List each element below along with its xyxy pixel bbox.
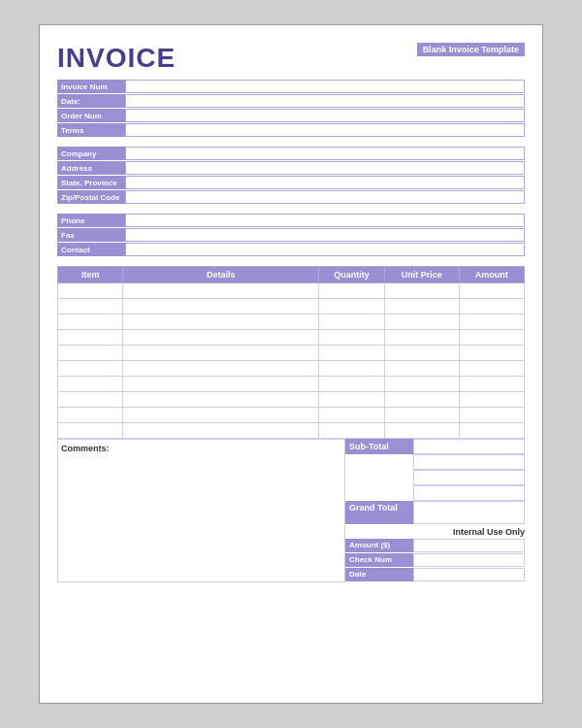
cell-item[interactable] <box>58 361 123 377</box>
cell-qty[interactable] <box>319 408 384 423</box>
blank-total-value-2[interactable] <box>413 470 525 485</box>
info-value-input[interactable] <box>125 243 525 256</box>
cell-details[interactable] <box>123 346 319 361</box>
info-label: Order Num <box>57 109 125 122</box>
payment-value-input[interactable] <box>413 553 525 567</box>
info-label: State, Province <box>57 176 125 189</box>
cell-item[interactable] <box>58 408 123 423</box>
cell-item[interactable] <box>58 299 123 314</box>
table-row <box>58 346 525 361</box>
info-value-input[interactable] <box>125 228 525 242</box>
cell-amount[interactable] <box>459 377 524 392</box>
cell-price[interactable] <box>384 314 459 330</box>
cell-details[interactable] <box>123 408 319 423</box>
info-row: Order Num <box>57 109 525 122</box>
cell-amount[interactable] <box>459 314 524 330</box>
cell-amount[interactable] <box>459 283 524 299</box>
cell-price[interactable] <box>384 408 459 423</box>
cell-details[interactable] <box>123 377 319 392</box>
cell-qty[interactable] <box>319 346 384 361</box>
invoice-title: INVOICE <box>57 43 176 74</box>
payment-row: Check Num <box>345 553 525 567</box>
grand-total-value[interactable] <box>413 501 525 524</box>
cell-item[interactable] <box>58 314 123 330</box>
internal-use-text: Internal Use Only <box>453 527 525 537</box>
comments-section[interactable]: Comments: <box>57 439 345 582</box>
table-row <box>58 408 525 423</box>
table-row <box>58 314 525 330</box>
info-value-input[interactable] <box>125 123 525 137</box>
info-label: Fax <box>57 228 125 242</box>
payment-value-input[interactable] <box>413 539 525 552</box>
info-value-input[interactable] <box>125 147 525 160</box>
cell-qty[interactable] <box>319 330 384 346</box>
cell-details[interactable] <box>123 423 319 439</box>
blank-total-value-3[interactable] <box>413 485 525 501</box>
col-qty-header: Quantity <box>319 267 384 283</box>
info-row: Zip/Postal Code <box>57 190 525 204</box>
cell-item[interactable] <box>58 346 123 361</box>
cell-qty[interactable] <box>319 314 384 330</box>
cell-price[interactable] <box>384 423 459 439</box>
cell-amount[interactable] <box>459 299 524 314</box>
company-info-section: Company Address State, Province Zip/Post… <box>57 147 525 204</box>
cell-details[interactable] <box>123 299 319 314</box>
table-row <box>58 299 525 314</box>
cell-details[interactable] <box>123 392 319 408</box>
info-value-input[interactable] <box>125 94 525 108</box>
cell-details[interactable] <box>123 330 319 346</box>
cell-qty[interactable] <box>319 361 384 377</box>
blank-total-row-2 <box>345 470 525 485</box>
cell-price[interactable] <box>384 299 459 314</box>
cell-item[interactable] <box>58 423 123 439</box>
internal-use-row: Internal Use Only <box>345 524 525 539</box>
cell-item[interactable] <box>58 377 123 392</box>
cell-qty[interactable] <box>319 299 384 314</box>
cell-details[interactable] <box>123 314 319 330</box>
cell-amount[interactable] <box>459 392 524 408</box>
col-details-header: Details <box>123 267 319 283</box>
cell-amount[interactable] <box>459 423 524 439</box>
cell-qty[interactable] <box>319 377 384 392</box>
cell-amount[interactable] <box>459 408 524 423</box>
cell-item[interactable] <box>58 392 123 408</box>
info-row: State, Province <box>57 176 525 189</box>
info-row: Invoice Num <box>57 80 525 93</box>
cell-details[interactable] <box>123 361 319 377</box>
info-value-input[interactable] <box>125 176 525 189</box>
template-label: Blank Invoice Template <box>417 43 525 56</box>
payment-row: Date <box>345 568 525 581</box>
info-value-input[interactable] <box>125 80 525 93</box>
cell-qty[interactable] <box>319 283 384 299</box>
info-row: Date: <box>57 94 525 108</box>
info-value-input[interactable] <box>125 190 525 204</box>
cell-details[interactable] <box>123 283 319 299</box>
payment-value-input[interactable] <box>413 568 525 581</box>
table-row <box>58 423 525 439</box>
grand-total-row: Grand Total <box>345 501 525 524</box>
cell-item[interactable] <box>58 283 123 299</box>
cell-price[interactable] <box>384 361 459 377</box>
info-value-input[interactable] <box>125 214 525 227</box>
cell-item[interactable] <box>58 330 123 346</box>
payment-label: Check Num <box>345 553 413 567</box>
cell-amount[interactable] <box>459 346 524 361</box>
info-value-input[interactable] <box>125 161 525 175</box>
cell-qty[interactable] <box>319 423 384 439</box>
cell-amount[interactable] <box>459 361 524 377</box>
cell-qty[interactable] <box>319 392 384 408</box>
info-label: Phone <box>57 214 125 227</box>
payment-label: Amount ($) <box>345 539 413 552</box>
info-value-input[interactable] <box>125 109 525 122</box>
cell-price[interactable] <box>384 392 459 408</box>
cell-price[interactable] <box>384 346 459 361</box>
sub-total-value[interactable] <box>413 439 525 454</box>
blank-total-value-1[interactable] <box>413 454 525 470</box>
cell-price[interactable] <box>384 330 459 346</box>
cell-price[interactable] <box>384 283 459 299</box>
bottom-area: Comments: Sub-Total G <box>57 439 525 582</box>
payment-label: Date <box>345 568 413 581</box>
cell-price[interactable] <box>384 377 459 392</box>
table-row <box>58 392 525 408</box>
cell-amount[interactable] <box>459 330 524 346</box>
